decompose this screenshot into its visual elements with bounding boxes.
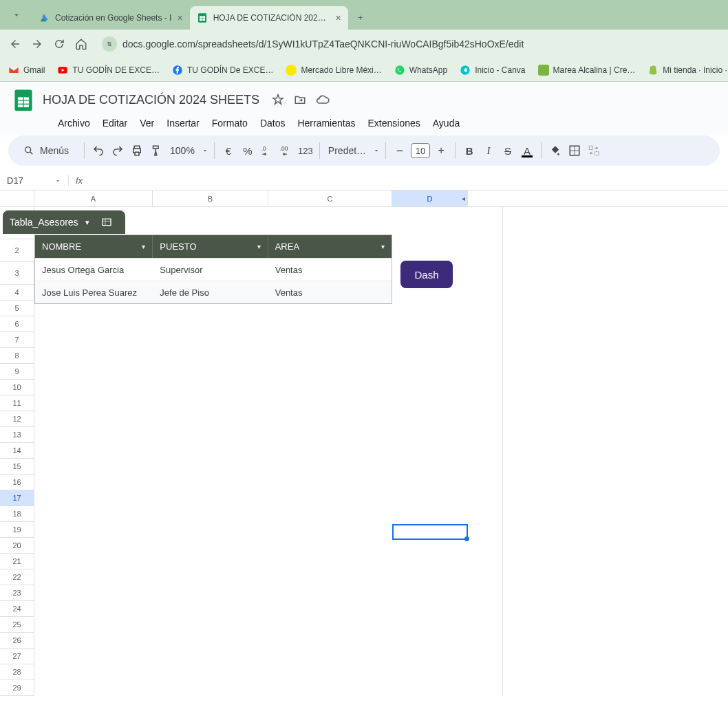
increase-font-button[interactable]: + <box>433 142 449 159</box>
bold-button[interactable]: B <box>461 142 478 159</box>
percent-button[interactable]: % <box>239 142 256 159</box>
browser-menu-button[interactable] <box>6 5 28 25</box>
named-table-tab[interactable]: Tabla_Asesores ▾ <box>3 210 125 234</box>
name-box[interactable]: D17 <box>0 175 69 186</box>
sheets-logo-icon[interactable] <box>11 87 36 112</box>
borders-button[interactable] <box>566 142 583 159</box>
increase-decimal-button[interactable]: .00 <box>278 142 295 159</box>
row-header[interactable]: 7 <box>0 332 34 348</box>
more-formats-button[interactable]: 123 <box>297 142 314 159</box>
select-all-corner[interactable] <box>0 191 34 207</box>
row-header[interactable]: 11 <box>0 395 34 411</box>
bookmark-marea[interactable]: Marea Alcalina | Cre… <box>538 65 636 76</box>
new-tab-button[interactable]: + <box>351 8 370 27</box>
menu-extensiones[interactable]: Extensiones <box>363 116 424 130</box>
toolbar-search[interactable]: Menús <box>14 141 78 160</box>
row-header[interactable]: 12 <box>0 411 34 427</box>
row-header[interactable]: 16 <box>0 475 34 490</box>
font-size-input[interactable] <box>411 143 430 158</box>
col-header-a[interactable]: A <box>34 191 153 206</box>
table-row[interactable]: Jose Luis Perea Suarez Jefe de Piso Vent… <box>35 281 392 303</box>
row-header[interactable]: 13 <box>0 427 34 443</box>
close-icon[interactable]: × <box>335 12 341 23</box>
reload-button[interactable] <box>52 37 66 51</box>
decrease-font-button[interactable]: − <box>392 142 408 159</box>
italic-button[interactable]: I <box>480 142 497 159</box>
row-header[interactable]: 22 <box>0 569 34 585</box>
table-view-icon[interactable] <box>95 210 118 234</box>
row-header[interactable]: 19 <box>0 522 34 538</box>
th-area[interactable]: AREA▾ <box>268 235 392 258</box>
menu-ayuda[interactable]: Ayuda <box>429 116 464 130</box>
row-header[interactable]: 17 <box>0 490 34 506</box>
row-header[interactable]: 26 <box>0 633 34 649</box>
menu-formato[interactable]: Formato <box>208 116 252 130</box>
row-header[interactable]: 18 <box>0 506 34 522</box>
cloud-icon[interactable] <box>316 93 330 107</box>
document-title[interactable]: HOJA DE COTIZACIÓN 2024 SHEETS <box>43 93 259 107</box>
row-header[interactable]: 2 <box>0 239 34 262</box>
th-puesto[interactable]: PUESTO▾ <box>153 235 268 258</box>
undo-button[interactable] <box>90 142 107 159</box>
row-header[interactable]: 10 <box>0 380 34 395</box>
strikethrough-button[interactable]: S <box>500 142 516 159</box>
menu-editar[interactable]: Editar <box>98 116 132 130</box>
bookmark-mercadolibre[interactable]: Mercado Libre Méxi… <box>286 65 381 76</box>
close-icon[interactable]: × <box>177 12 182 23</box>
row-header[interactable]: 4 <box>0 285 34 301</box>
row-header[interactable]: 5 <box>0 301 34 316</box>
selected-cell[interactable] <box>392 524 468 540</box>
row-header[interactable]: 21 <box>0 554 34 569</box>
chevron-down-icon[interactable]: ▾ <box>381 243 385 250</box>
chevron-down-icon[interactable]: ▾ <box>142 243 145 250</box>
row-header[interactable]: 20 <box>0 538 34 554</box>
row-header[interactable]: 23 <box>0 585 34 601</box>
dash-button[interactable]: Dash <box>400 261 453 288</box>
row-header[interactable]: 8 <box>0 348 34 364</box>
decrease-decimal-button[interactable]: .0 <box>259 142 275 159</box>
fill-color-button[interactable] <box>547 142 564 159</box>
row-header[interactable]: 25 <box>0 617 34 633</box>
table-row[interactable]: Jesus Ortega Garcia Supervisor Ventas <box>35 258 392 281</box>
redo-button[interactable] <box>109 142 126 159</box>
text-color-button[interactable]: A <box>519 142 535 159</box>
cell-area[interactable]: Ventas <box>268 281 392 303</box>
bookmark-gmail[interactable]: Gmail <box>8 65 45 76</box>
cell-nombre[interactable]: Jesus Ortega Garcia <box>35 259 153 281</box>
menu-datos[interactable]: Datos <box>256 116 290 130</box>
menu-insertar[interactable]: Insertar <box>162 116 203 130</box>
col-header-d[interactable]: D <box>392 191 468 206</box>
row-header[interactable]: 3 <box>0 262 34 285</box>
bookmark-canva[interactable]: Inicio - Canva <box>460 65 525 76</box>
zoom-dropdown[interactable]: 100% <box>167 145 208 156</box>
url-bar[interactable]: docs.google.com/spreadsheets/d/1SyWI1kUT… <box>96 33 681 55</box>
bookmark-whatsapp[interactable]: WhatsApp <box>394 65 447 76</box>
cell-area[interactable]: Ventas <box>268 259 392 281</box>
row-header[interactable]: 29 <box>0 680 34 696</box>
row-header[interactable]: 15 <box>0 459 34 475</box>
cell-puesto[interactable]: Jefe de Piso <box>153 281 268 303</box>
site-settings-icon[interactable] <box>102 36 117 52</box>
bookmark-youtube[interactable]: TU GODÍN DE EXCE… <box>57 65 160 76</box>
row-header[interactable]: 9 <box>0 364 34 380</box>
row-header[interactable]: 28 <box>0 664 34 680</box>
back-button[interactable] <box>8 37 22 51</box>
row-header[interactable]: 24 <box>0 601 34 617</box>
paint-format-button[interactable] <box>148 142 164 159</box>
currency-button[interactable]: € <box>220 142 237 159</box>
print-button[interactable] <box>129 142 145 159</box>
col-header-b[interactable]: B <box>153 191 268 206</box>
more-toolbar-button[interactable] <box>586 142 602 159</box>
cell-puesto[interactable]: Supervisor <box>153 259 268 281</box>
menu-herramientas[interactable]: Herramientas <box>293 116 359 130</box>
menu-archivo[interactable]: Archivo <box>54 116 94 130</box>
bookmark-facebook[interactable]: TU GODÍN De EXCE… <box>172 65 273 76</box>
bookmark-shopify[interactable]: Mi tienda · Inicio · S… <box>647 65 728 76</box>
col-header-c[interactable]: C <box>268 191 392 206</box>
browser-tab[interactable]: Cotización en Google Sheets - I × <box>32 6 190 30</box>
fill-handle[interactable] <box>464 536 469 541</box>
th-nombre[interactable]: NOMBRE▾ <box>35 235 153 258</box>
home-button[interactable] <box>74 37 88 51</box>
row-header[interactable]: 27 <box>0 649 34 664</box>
move-icon[interactable] <box>294 94 306 106</box>
